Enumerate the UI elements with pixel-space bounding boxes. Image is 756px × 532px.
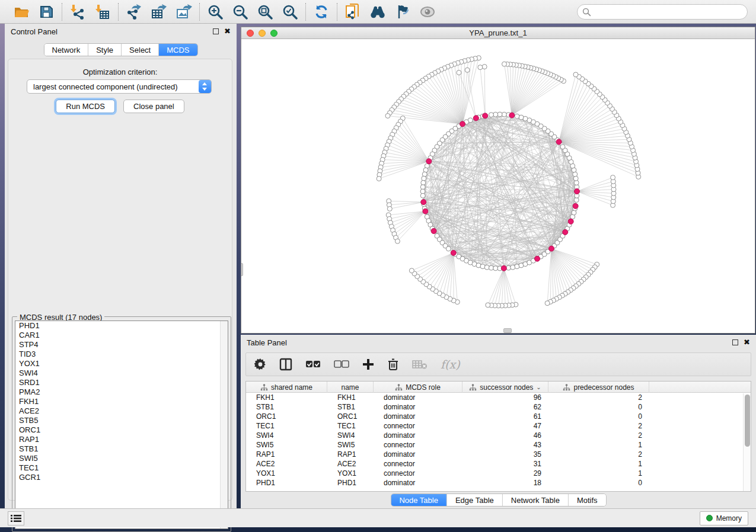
column-header-mcds-role[interactable]: MCDS role [374,382,462,393]
export-image-icon[interactable] [176,4,192,20]
table-settings-gear-icon[interactable] [254,356,266,373]
save-icon[interactable] [38,4,55,20]
mcds-result-item[interactable]: GCR1 [15,473,228,482]
open-folder-icon[interactable] [13,4,30,20]
mcds-list-scrollbar[interactable] [220,321,228,528]
mcds-result-item[interactable]: STB5 [15,416,228,425]
tab-network-table[interactable]: Network Table [503,494,569,506]
select-all-icon[interactable] [305,356,321,373]
table-row[interactable]: SWI4SWI4dominator462 [246,431,751,440]
control-panel: Control Panel ✖ Network Style Select MCD… [5,24,237,508]
float-panel-icon[interactable] [213,28,219,34]
vertical-splitter-handle[interactable] [241,263,243,276]
optimization-criterion-dropdown[interactable]: largest connected component (undirected) [27,79,212,94]
table-cell: 0 [548,402,649,412]
mcds-result-item[interactable]: SWI5 [15,454,228,463]
table-cell: YOX1 [327,469,374,478]
table-row[interactable]: ORC1ORC1dominator610 [246,412,751,421]
table-cell: ORC1 [246,412,327,421]
node-table-header: shared name name MCDS role successor nod… [246,382,751,393]
run-mcds-button[interactable]: Run MCDS [56,100,115,113]
mcds-result-item[interactable]: STB1 [15,444,228,454]
table-cell: 31 [462,459,548,469]
mcds-result-item[interactable]: ORC1 [15,425,228,435]
mcds-result-item[interactable]: SWI4 [15,368,228,378]
mcds-result-item[interactable]: ACE2 [15,406,228,416]
zoom-selected-icon[interactable] [282,4,298,20]
table-cell: dominator [374,478,462,488]
network-from-document-icon[interactable] [344,4,361,20]
table-cell: YOX1 [246,469,327,478]
scrollbar-thumb[interactable] [745,395,750,447]
mcds-result-item[interactable]: PMA2 [15,387,228,397]
column-type-icon [260,384,268,391]
memory-label: Memory [716,514,742,523]
tab-select[interactable]: Select [122,44,159,56]
add-row-icon[interactable] [362,356,374,373]
table-row[interactable]: PHD1PHD1dominator180 [246,478,751,488]
mcds-result-item[interactable]: CAR1 [15,331,228,340]
memory-button[interactable]: Memory [700,511,748,525]
table-cell: dominator [374,393,462,402]
close-panel-icon[interactable]: ✖ [224,28,231,34]
search-network-icon[interactable] [369,4,386,20]
mcds-result-item[interactable]: YOX1 [15,359,228,368]
network-graph[interactable] [241,39,755,333]
export-table-icon[interactable] [151,4,167,20]
column-header-shared-name[interactable]: shared name [246,382,327,393]
column-header-name[interactable]: name [327,382,374,393]
show-eye-icon[interactable] [419,4,436,20]
network-window-titlebar[interactable]: YPA_prune.txt_1 [241,27,755,39]
table-cell: FKH1 [327,393,374,402]
table-cell: 1 [548,440,649,450]
table-row[interactable]: TEC1TEC1connector472 [246,421,751,431]
search-input[interactable] [577,4,748,20]
delete-icon[interactable] [387,356,399,373]
table-row[interactable]: RAP1RAP1dominator352 [246,450,751,459]
table-row[interactable]: YOX1YOX1connector291 [246,469,751,478]
table-cell: SWI5 [327,440,374,450]
close-panel-button[interactable]: Close panel [123,100,184,113]
zoom-fit-icon[interactable] [257,4,273,20]
tab-edge-table[interactable]: Edge Table [447,494,503,506]
table-row[interactable]: SWI5SWI5connector431 [246,440,751,450]
tab-mcds[interactable]: MCDS [159,44,197,56]
hide-annotations-icon[interactable] [394,4,411,20]
mcds-result-list[interactable]: PHD1CAR1STP4TID3YOX1SWI4SRD1PMA2FKH1ACE2… [15,321,228,529]
refresh-icon[interactable] [313,4,330,20]
column-header-predecessor-nodes[interactable]: predecessor nodes [548,382,649,393]
network-canvas[interactable] [241,39,755,333]
mcds-result-item[interactable]: TID3 [15,350,228,359]
table-cell: connector [374,469,462,478]
table-vertical-scrollbar[interactable] [743,393,751,491]
tab-node-table[interactable]: Node Table [391,494,447,506]
close-table-panel-icon[interactable]: ✖ [744,339,750,345]
mcds-result-item[interactable]: PHD1 [15,321,228,331]
mcds-result-item[interactable]: SRD1 [15,378,228,387]
mcds-result-item[interactable]: STP4 [15,340,228,350]
export-network-icon[interactable] [126,4,142,20]
zoom-in-icon[interactable] [207,4,224,20]
import-table-icon[interactable] [94,4,111,20]
deselect-all-icon[interactable] [334,356,349,373]
float-table-panel-icon[interactable] [732,339,738,345]
table-row[interactable]: ACE2ACE2connector311 [246,459,751,469]
horizontal-splitter-handle[interactable] [503,328,512,333]
tab-network[interactable]: Network [44,44,88,56]
zoom-out-icon[interactable] [232,4,248,20]
show-columns-icon[interactable] [279,356,292,373]
tab-motifs[interactable]: Motifs [569,494,606,506]
mcds-result-item[interactable]: FKH1 [15,397,228,406]
tab-style[interactable]: Style [88,44,122,56]
mcds-result-item[interactable]: TEC1 [15,463,228,473]
table-row[interactable]: FKH1FKH1dominator962 [246,393,751,402]
table-cell: 1 [548,459,649,469]
import-network-icon[interactable] [69,4,86,20]
table-row[interactable]: STB1STB1dominator620 [246,402,751,412]
column-header-successor-nodes[interactable]: successor nodes ⌄ [462,382,548,393]
table-cell: 1 [548,469,649,478]
control-panel-tabs: Network Style Select MCDS [43,43,197,56]
table-cell: 46 [462,431,548,440]
task-history-button[interactable] [8,511,24,525]
mcds-result-item[interactable]: RAP1 [15,435,228,444]
